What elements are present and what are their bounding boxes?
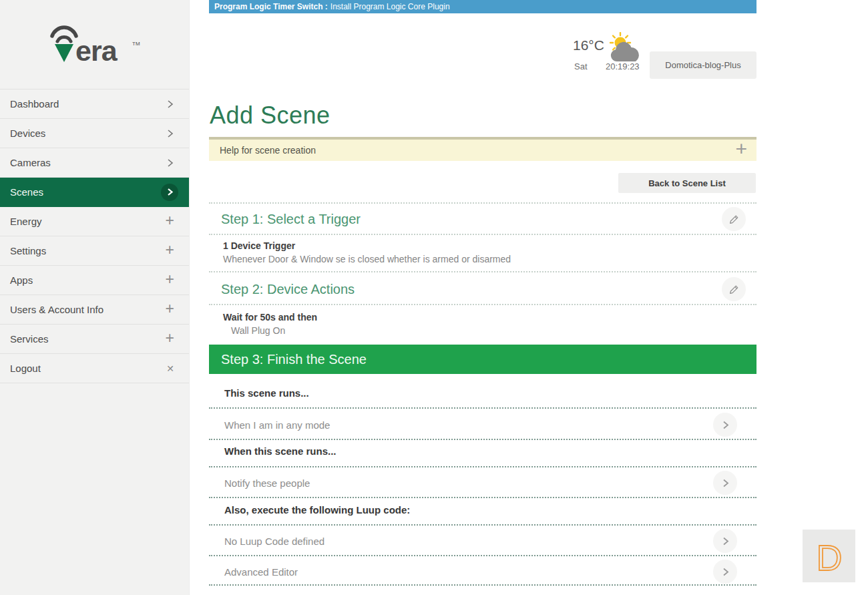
plugin-notification-banner[interactable]: Program Logic Timer Switch :Install Prog… [209, 0, 756, 13]
vera-logo-icon: era TM [49, 25, 140, 63]
advanced-editor-text: Advanced Editor [224, 566, 298, 578]
sidebar-item-label: Dashboard [10, 98, 59, 110]
separator [209, 202, 756, 204]
sidebar-item-label: Apps [10, 274, 33, 286]
wifi-arc-outer [52, 27, 76, 36]
scene-runs-label: This scene runs... [224, 387, 309, 399]
pencil-icon [728, 214, 740, 225]
sidebar-item-apps[interactable]: Apps + [0, 266, 189, 295]
step1-header: Step 1: Select a Trigger [209, 204, 756, 234]
sidebar-menu: Dashboard Devices Cameras Scenes Energy … [0, 89, 189, 383]
page-title: Add Scene [210, 102, 331, 130]
separator [209, 407, 756, 409]
action-device-text: Wall Plug On [231, 325, 285, 336]
sidebar-item-logout[interactable]: Logout ✕ [0, 354, 189, 383]
chevron-right-icon [720, 478, 730, 488]
chevron-right-button[interactable] [713, 471, 737, 495]
chevron-right-icon [166, 100, 174, 109]
sidebar-item-services[interactable]: Services + [0, 325, 189, 354]
plus-icon: + [166, 213, 174, 228]
step1-title: Step 1: Select a Trigger [221, 212, 361, 227]
controller-select-button[interactable]: Domotica-blog-Plus [650, 51, 756, 79]
trigger-summary-title: 1 Device Trigger [223, 240, 295, 251]
chevron-right-icon [720, 536, 730, 546]
luup-code-option-text: No Luup Code defined [224, 536, 324, 547]
letter-d-icon: D [809, 534, 850, 578]
sun-behind-cloud-icon [604, 32, 646, 63]
chevron-right-icon [166, 158, 174, 168]
sidebar-item-label: Scenes [10, 186, 43, 198]
overlay-launcher-button[interactable]: D [803, 530, 855, 582]
chevron-right-icon [720, 567, 730, 577]
chevron-right-button[interactable] [713, 560, 737, 584]
vera-logo: era TM [0, 0, 189, 89]
notify-option-row[interactable]: Notify these people [209, 467, 756, 498]
step3-title: Step 3: Finish the Scene [221, 352, 367, 367]
trigger-summary-detail: Whenever Door & Window se is closed whet… [223, 254, 511, 264]
chevron-right-button[interactable] [713, 529, 737, 553]
close-icon: ✕ [166, 363, 174, 374]
sidebar-item-label: Devices [10, 128, 45, 139]
separator [209, 304, 756, 305]
wifi-arc-inner [57, 37, 71, 41]
plus-icon: + [166, 331, 174, 346]
sidebar: era TM Dashboard Devices Cameras Scenes … [0, 0, 190, 595]
sidebar-item-energy[interactable]: Energy + [0, 207, 189, 236]
overlay-letter: D [816, 538, 842, 578]
sidebar-item-label: Logout [10, 363, 41, 374]
step3-banner: Step 3: Finish the Scene [209, 345, 756, 374]
mode-option-text: When I am in any mode [224, 419, 330, 431]
sidebar-item-dashboard[interactable]: Dashboard [0, 89, 189, 119]
when-scene-runs-label: When this scene runs... [224, 445, 337, 457]
notify-option-text: Notify these people [224, 477, 310, 489]
plus-icon: + [166, 242, 174, 258]
main-content: Program Logic Timer Switch :Install Prog… [209, 0, 756, 595]
chevron-right-icon [166, 129, 174, 138]
banner-message: Install Program Logic Core Plugin [331, 2, 450, 11]
logo-tm: TM [132, 41, 140, 47]
luup-code-label: Also, execute the following Luup code: [224, 504, 410, 516]
weekday: Sat [574, 61, 588, 71]
weather-widget: 16°C Sat 20:19:23 Domotica-blog-Plus [556, 32, 756, 79]
sidebar-item-scenes[interactable]: Scenes [0, 178, 189, 207]
sidebar-item-label: Settings [10, 245, 46, 256]
edit-trigger-button[interactable] [722, 207, 746, 231]
chevron-right-button[interactable] [713, 413, 737, 437]
sidebar-item-label: Cameras [10, 157, 51, 168]
help-accordion[interactable]: Help for scene creation + [209, 137, 756, 161]
clock: 20:19:23 [606, 61, 640, 71]
help-label: Help for scene creation [220, 145, 316, 156]
back-to-scene-list-button[interactable]: Back to Scene List [618, 173, 756, 193]
separator [209, 271, 756, 272]
chevron-right-icon [720, 420, 730, 430]
edit-actions-button[interactable] [722, 277, 746, 301]
banner-title: Program Logic Timer Switch : [214, 2, 328, 11]
sidebar-item-label: Energy [10, 216, 42, 227]
separator [209, 497, 756, 498]
mode-option-row[interactable]: When I am in any mode [209, 409, 756, 440]
pencil-icon [728, 284, 740, 295]
logo-text: era [75, 35, 118, 63]
sidebar-item-label: Users & Account Info [10, 304, 103, 315]
advanced-editor-row[interactable]: Advanced Editor [209, 556, 756, 587]
plus-icon: + [166, 301, 174, 317]
separator [209, 439, 756, 440]
sidebar-item-settings[interactable]: Settings + [0, 236, 189, 266]
logo-v-triangle [55, 44, 73, 62]
sidebar-item-label: Services [10, 333, 49, 345]
expand-plus-icon[interactable]: + [735, 139, 747, 159]
separator [209, 234, 756, 235]
step2-header: Step 2: Device Actions [209, 274, 756, 304]
step2-title: Step 2: Device Actions [221, 282, 355, 297]
sidebar-item-cameras[interactable]: Cameras [0, 148, 189, 178]
plus-icon: + [166, 272, 174, 287]
luup-code-option-row[interactable]: No Luup Code defined [209, 526, 756, 556]
chevron-right-circle-icon [161, 184, 178, 201]
sidebar-item-devices[interactable]: Devices [0, 119, 189, 148]
separator [209, 584, 756, 586]
action-delay-text: Wait for 50s and then [223, 312, 317, 323]
sidebar-item-users-account-info[interactable]: Users & Account Info + [0, 295, 189, 325]
temperature: 16°C [573, 37, 604, 53]
